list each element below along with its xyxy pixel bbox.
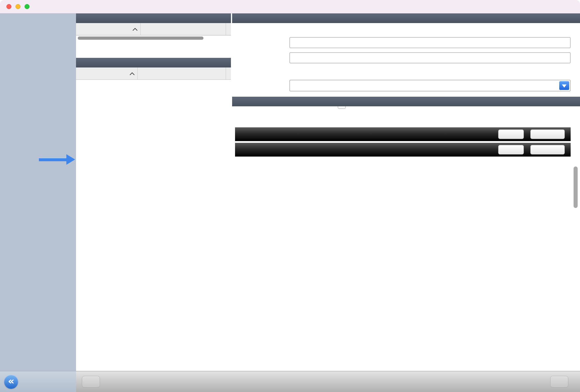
users-panel-header (76, 13, 231, 23)
close-button[interactable] (6, 4, 11, 9)
users-panel (76, 13, 231, 371)
name-input[interactable] (289, 37, 571, 48)
horizontal-scrollbar[interactable] (76, 35, 231, 40)
access-actions (76, 80, 231, 93)
administration-window: « (0, 0, 580, 392)
access-settings-panel-header (76, 58, 231, 67)
column-header-name[interactable] (76, 23, 140, 35)
username-input[interactable] (289, 52, 571, 63)
visitor-records-option (232, 112, 580, 122)
dropdown-chevron-icon[interactable] (559, 81, 569, 90)
column-header-last-logged-in[interactable] (140, 23, 226, 35)
panel-spacer (76, 54, 231, 58)
accounting-none-button[interactable] (530, 145, 565, 155)
users-header-gutter (226, 23, 231, 35)
collapse-icon: « (4, 375, 18, 389)
access-setting-select[interactable] (289, 80, 571, 91)
vertical-scrollbar-thumb[interactable] (574, 166, 578, 208)
sort-ascending-icon (132, 27, 138, 31)
contributions-none-button[interactable] (530, 129, 565, 139)
sidebar-nav (0, 13, 76, 371)
titlebar (0, 0, 580, 13)
footer-bar (76, 371, 580, 392)
horizontal-scrollbar-thumb[interactable] (78, 37, 203, 40)
traffic-lights (0, 4, 30, 9)
users-table-header (76, 23, 231, 35)
permissions-header (232, 97, 580, 106)
fullscreen-button[interactable] (25, 4, 30, 9)
contributions-section-bar (235, 127, 571, 141)
contributions-all-button[interactable] (498, 129, 524, 139)
revert-button[interactable] (82, 376, 100, 388)
partial-checkbox (338, 106, 346, 109)
minimize-button[interactable] (15, 4, 20, 9)
sidebar: « (0, 13, 76, 392)
sort-ascending-icon (129, 72, 135, 75)
access-table-header (76, 67, 231, 80)
permissions-top (232, 106, 580, 127)
user-detail-panel (232, 13, 580, 371)
column-header-description[interactable] (76, 67, 137, 79)
user-panel-header (232, 13, 580, 23)
accounting-all-button[interactable] (498, 145, 524, 155)
save-button[interactable] (550, 376, 568, 388)
accounting-section-bar (235, 143, 571, 157)
collapse-button[interactable]: « (0, 371, 76, 392)
access-header-blank (137, 67, 226, 79)
user-form (232, 23, 580, 97)
users-actions (76, 40, 231, 54)
access-header-gutter (226, 67, 231, 79)
